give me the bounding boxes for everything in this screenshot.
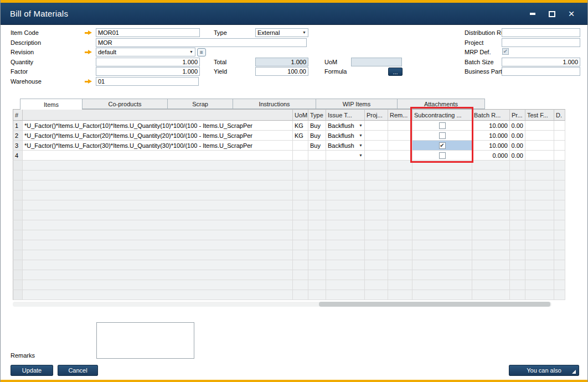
business-partner-field[interactable] [502, 67, 580, 76]
distribution-rules-field[interactable] [502, 28, 580, 37]
type-cell[interactable] [308, 151, 326, 161]
pr-cell[interactable]: 0.00 [510, 151, 525, 161]
table-row: 4 ▼ ✔ 0.000 0.00 [13, 151, 565, 161]
minimize-icon[interactable] [528, 9, 538, 19]
test-cell[interactable] [525, 131, 554, 141]
chevron-down-icon[interactable]: ▼ [359, 123, 363, 127]
quantity-formula-cell[interactable]: *U_Factor()*Items.U_Factor(10)*Items.U_Q… [23, 121, 293, 131]
horizontal-scrollbar-thumb[interactable] [319, 302, 550, 307]
quantity-formula-cell[interactable]: *U_Factor()*Items.U_Factor(20)*Items.U_Q… [23, 131, 293, 141]
warehouse-label: Warehouse [11, 78, 42, 86]
warehouse-link-arrow-icon[interactable] [85, 79, 92, 84]
factor-field[interactable]: 1.000 [96, 67, 200, 76]
d-cell[interactable] [554, 131, 565, 141]
row-number: 1 [13, 121, 23, 131]
type-dropdown[interactable]: External ▼ [255, 28, 308, 37]
formula-browse-button[interactable]: ... [388, 68, 403, 76]
subcontracting-checkbox[interactable]: ✔ [439, 122, 446, 129]
issue-method-cell[interactable]: ▼ [326, 151, 365, 161]
subcontracting-cell-selected[interactable]: ✔ [412, 141, 472, 151]
subcontracting-cell[interactable]: ✔ [412, 121, 472, 131]
maximize-icon[interactable] [547, 9, 557, 19]
revision-list-icon[interactable]: ≡ [197, 48, 206, 56]
tab-scrap[interactable]: Scrap [168, 99, 233, 109]
project-field[interactable] [502, 38, 580, 47]
batch-ratio-cell[interactable]: 10.000 [472, 141, 510, 151]
revision-link-arrow-icon[interactable] [85, 50, 92, 55]
yield-field[interactable]: 100.00 [255, 67, 308, 76]
formula-label: Formula [324, 68, 347, 76]
update-button[interactable]: Update [11, 365, 53, 376]
project-cell[interactable] [365, 151, 388, 161]
warehouse-field[interactable]: 01 [96, 77, 199, 86]
chevron-down-icon[interactable]: ▼ [359, 153, 363, 157]
empty-table-row [13, 290, 565, 300]
d-cell[interactable] [554, 151, 565, 161]
uom-cell[interactable] [293, 151, 308, 161]
pr-cell[interactable]: 0.00 [510, 121, 525, 131]
type-cell[interactable]: Buy [308, 141, 326, 151]
col-header-project: Proj... [365, 109, 388, 121]
col-header-d: D. [554, 109, 565, 121]
tab-attachments[interactable]: Attachments [398, 99, 485, 109]
quantity-formula-cell[interactable] [23, 151, 293, 161]
row-number: 3 [13, 141, 23, 151]
uom-cell[interactable]: KG [293, 121, 308, 131]
subcontracting-checkbox[interactable]: ✔ [439, 142, 446, 149]
subcontracting-checkbox[interactable]: ✔ [439, 152, 446, 159]
item-code-link-arrow-icon[interactable] [85, 30, 92, 35]
remarks-cell[interactable] [388, 151, 412, 161]
test-cell[interactable] [525, 121, 554, 131]
tab-items[interactable]: Items [20, 99, 82, 110]
remarks-textarea[interactable] [96, 322, 194, 359]
pr-cell[interactable]: 0.00 [510, 141, 525, 151]
type-cell[interactable]: Buy [308, 121, 326, 131]
remarks-cell[interactable] [388, 141, 412, 151]
remarks-cell[interactable] [388, 131, 412, 141]
empty-table-row [13, 260, 565, 270]
horizontal-scrollbar[interactable] [13, 302, 551, 307]
you-can-also-button[interactable]: You can also [509, 365, 579, 376]
batch-ratio-cell[interactable]: 10.000 [472, 121, 510, 131]
empty-table-row [13, 190, 565, 200]
project-cell[interactable] [365, 131, 388, 141]
subcontracting-cell[interactable]: ✔ [412, 131, 472, 141]
chevron-down-icon[interactable]: ▼ [302, 29, 306, 37]
project-cell[interactable] [365, 121, 388, 131]
quantity-formula-cell[interactable]: *U_Factor()*Items.U_Factor(30)*Items.U_Q… [23, 141, 293, 151]
mrp-def-checkbox: ✔ [502, 48, 509, 55]
cancel-button[interactable]: Cancel [58, 365, 98, 376]
uom-cell[interactable] [293, 141, 308, 151]
issue-method-cell[interactable]: Backflush ▼ [326, 141, 365, 151]
quantity-field[interactable]: 1.000 [96, 58, 200, 66]
d-cell[interactable] [554, 121, 565, 131]
tab-wip-items[interactable]: WIP Items [316, 99, 398, 109]
test-cell[interactable] [525, 151, 554, 161]
subcontracting-cell[interactable]: ✔ [412, 151, 472, 161]
pr-cell[interactable]: 0.00 [510, 131, 525, 141]
d-cell[interactable] [554, 141, 565, 151]
chevron-down-icon[interactable]: ▼ [359, 133, 363, 137]
subcontracting-checkbox[interactable]: ✔ [439, 132, 446, 139]
issue-method-cell[interactable]: Backflush ▼ [326, 131, 365, 141]
chevron-down-icon[interactable]: ▼ [189, 48, 193, 56]
project-cell[interactable] [365, 141, 388, 151]
revision-dropdown[interactable]: default ▼ [96, 48, 195, 56]
items-table: # UoM Type Issue T... Proj... Rem... Sub… [13, 109, 565, 300]
col-header-type: Type [308, 109, 326, 121]
issue-method-cell[interactable]: Backflush ▼ [326, 121, 365, 131]
item-code-field[interactable]: MOR01 [96, 28, 200, 37]
remarks-cell[interactable] [388, 121, 412, 131]
batch-ratio-cell[interactable]: 10.000 [472, 131, 510, 141]
title-bar[interactable]: Bill of Materials × [1, 3, 587, 25]
batch-size-field[interactable]: 1.000 [502, 58, 580, 66]
description-field[interactable]: MOR [96, 38, 307, 47]
uom-cell[interactable]: KG [293, 131, 308, 141]
chevron-down-icon[interactable]: ▼ [359, 143, 363, 147]
type-cell[interactable]: Buy [308, 131, 326, 141]
tab-co-products[interactable]: Co-products [82, 99, 168, 109]
tab-instructions[interactable]: Instructions [233, 99, 316, 109]
test-cell[interactable] [525, 141, 554, 151]
batch-ratio-cell[interactable]: 0.000 [472, 151, 510, 161]
close-icon[interactable]: × [566, 9, 576, 19]
